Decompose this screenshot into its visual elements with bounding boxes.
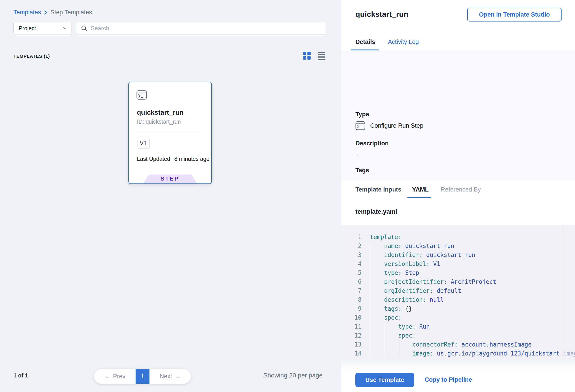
yaml-subtab-bar: Template Inputs YAML Referenced By: [341, 180, 575, 198]
description-label: Description: [355, 140, 389, 147]
code-line: 8description: null: [341, 295, 575, 304]
line-number: 10: [341, 313, 361, 322]
last-updated-value: 8 minutes ago: [174, 156, 210, 162]
indent-guide: [370, 268, 384, 277]
description-value: -: [355, 151, 358, 158]
scope-select-value: Project: [19, 25, 36, 32]
yaml-filename: template.yaml: [355, 208, 397, 215]
code-line: 5type: Step: [341, 268, 575, 277]
indent-guide: [370, 295, 384, 304]
indent-guide: [370, 349, 384, 358]
card-id: ID: quickstart_run: [137, 118, 181, 125]
details-header: quickstart_run Open in Template Studio: [341, 0, 575, 36]
arrow-left-icon: ←: [104, 373, 110, 380]
prev-label: Prev: [113, 373, 125, 380]
line-number: 1: [341, 232, 361, 241]
per-page-label: Showing 20 per page: [263, 372, 323, 379]
indent-guide: [384, 331, 398, 340]
tab-activity-log[interactable]: Activity Log: [388, 39, 419, 46]
templates-count-label: TEMPLATES (1): [13, 54, 50, 59]
line-number: 9: [341, 304, 361, 313]
code-line: 6projectIdentifier: ArchitProject: [341, 277, 575, 286]
line-number: 12: [341, 331, 361, 340]
indent-guide: [370, 304, 384, 313]
indent-guide: [370, 322, 384, 331]
chevron-right-icon: [44, 10, 47, 15]
next-label: Next: [160, 373, 172, 380]
pagination: ← Prev 1 Next →: [94, 369, 191, 384]
line-number: 11: [341, 322, 361, 331]
open-template-studio-button[interactable]: Open in Template Studio: [467, 8, 562, 22]
indent-guide: [370, 313, 384, 322]
line-number: 4: [341, 259, 361, 268]
chevron-down-icon: [63, 27, 67, 29]
grid-view-icon[interactable]: [303, 52, 311, 60]
breadcrumb-current: Step Templates: [50, 9, 92, 16]
search-input[interactable]: [91, 25, 322, 32]
tab-referenced-by[interactable]: Referenced By: [441, 186, 481, 193]
code-line: 9tags: {}: [341, 304, 575, 313]
card-version-badge: V1: [137, 138, 150, 148]
line-number: 6: [341, 277, 361, 286]
card-title: quickstart_run: [137, 109, 184, 116]
code-line: 13connectorRef: account.harnessImage: [341, 340, 575, 349]
tab-template-inputs[interactable]: Template Inputs: [355, 186, 401, 193]
use-template-button[interactable]: Use Template: [355, 373, 414, 387]
search-icon: [81, 25, 87, 31]
terminal-icon: [137, 90, 147, 100]
copy-to-pipeline-link[interactable]: Copy to Pipeline: [425, 376, 472, 383]
code-line: 2name: quickstart_run: [341, 241, 575, 251]
indent-guide: [370, 251, 384, 259]
search-box: [76, 22, 326, 35]
code-line: 3identifier: quickstart_run: [341, 251, 575, 259]
template-list-panel: Templates Step Templates Project TEMPLAT…: [0, 0, 341, 392]
indent-guide: [384, 340, 398, 349]
line-number: 5: [341, 268, 361, 277]
line-number: 2: [341, 241, 361, 251]
prev-page-button[interactable]: ← Prev: [94, 369, 136, 384]
terminal-icon: [355, 121, 365, 130]
next-page-button[interactable]: Next →: [149, 369, 191, 384]
current-page-button[interactable]: 1: [136, 369, 149, 384]
details-footer: Use Template Copy to Pipeline: [341, 360, 575, 392]
code-line: 11type: Run: [341, 322, 575, 331]
details-content: Type Configure Run Step Description - Ta…: [341, 50, 575, 180]
indent-guide: [370, 259, 384, 268]
type-value: Configure Run Step: [370, 122, 423, 129]
line-number: 7: [341, 286, 361, 295]
scope-select[interactable]: Project: [13, 22, 72, 35]
indent-guide: [384, 322, 398, 331]
details-tab-bar: Details Activity Log: [341, 36, 575, 50]
indent-guide: [398, 349, 412, 358]
indent-guide: [398, 340, 412, 349]
code-line: 1template:: [341, 232, 575, 241]
code-line: 7orgIdentifier: default: [341, 286, 575, 295]
line-number: 13: [341, 340, 361, 349]
last-updated-label: Last Updated: [137, 156, 170, 162]
tab-details[interactable]: Details: [355, 39, 375, 46]
list-view-icon[interactable]: [318, 51, 325, 60]
indent-guide: [370, 286, 384, 295]
view-toggles: [303, 51, 325, 60]
indent-guide: [370, 340, 384, 349]
page-range-label: 1 of 1: [13, 372, 28, 379]
yaml-editor[interactable]: 1template:2name: quickstart_run3identifi…: [341, 225, 575, 360]
type-value-row: Configure Run Step: [355, 121, 423, 130]
arrow-right-icon: →: [175, 373, 181, 380]
indent-guide: [384, 349, 398, 358]
details-title: quickstart_run: [355, 10, 408, 19]
breadcrumb: Templates Step Templates: [13, 9, 92, 16]
code-line: 4versionLabel: V1: [341, 259, 575, 268]
code-line: 12spec:: [341, 331, 575, 340]
code-line: 14image: us.gcr.io/playground-123/quicks…: [341, 349, 575, 358]
template-card-quickstart-run[interactable]: quickstart_run ID: quickstart_run V1 Las…: [128, 82, 212, 184]
indent-guide: [370, 277, 384, 286]
tab-yaml[interactable]: YAML: [412, 186, 429, 193]
breadcrumb-templates-link[interactable]: Templates: [13, 9, 41, 16]
template-details-panel: quickstart_run Open in Template Studio D…: [341, 0, 575, 392]
card-step-badge: STEP: [161, 176, 179, 182]
card-last-updated: Last Updated 8 minutes ago: [137, 156, 210, 162]
code-line: 10spec:: [341, 313, 575, 322]
editor-scrollbar[interactable]: [562, 225, 575, 360]
templates-page: Templates Step Templates Project TEMPLAT…: [0, 0, 575, 392]
